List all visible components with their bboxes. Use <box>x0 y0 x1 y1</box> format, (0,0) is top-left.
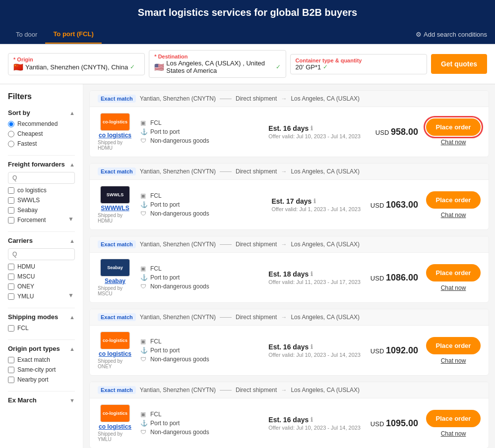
transit-info-1: Est. 16 days ℹ Offer valid: Jul 10, 2023… <box>268 124 361 139</box>
shipping-modes-label: Shipping modes <box>8 313 58 321</box>
sort-fastest[interactable]: Fastest <box>8 140 75 147</box>
card-body-3: Seabay Seabay Shipped by MSCU ▣ FCL ⚓ Po… <box>90 253 489 302</box>
port-nearby[interactable]: Nearby port <box>8 376 75 383</box>
forwarder-logo-5: co-logistics co logistics Shipped by YML… <box>98 404 132 442</box>
container-value: 20' GP*1 <box>296 63 321 71</box>
carriers-header[interactable]: Carriers ▲ <box>8 237 75 244</box>
price-block-5: USD 1095.00 <box>369 418 418 429</box>
origin-port-types-header[interactable]: Origin port types ▲ <box>8 345 75 352</box>
origin-port-types-chevron-icon: ▲ <box>69 346 75 352</box>
chat-now-link-4[interactable]: Chat now <box>441 357 466 364</box>
service-mode-3: Port to port <box>150 274 180 281</box>
origin-name-2: Yantian, Shenzhen (CNYTN) <box>140 168 216 175</box>
port-exact-match[interactable]: Exact match <box>8 356 75 363</box>
carriers-list: HDMU MSCU ONEY YMLU ▼ <box>8 263 75 300</box>
destination-label: * Destination <box>154 54 280 59</box>
place-order-button-3[interactable]: Place order <box>426 264 481 281</box>
ff-forcement[interactable]: Forcement <box>8 217 75 224</box>
tab-to-door[interactable]: To door <box>8 26 45 43</box>
route-badge-2: Exact match <box>98 168 136 175</box>
sort-recommended[interactable]: Recommended <box>8 120 75 127</box>
port-same-city[interactable]: Same-city port <box>8 366 75 373</box>
carrier-hdmu[interactable]: HDMU <box>8 263 75 270</box>
destination-check-icon: ✓ <box>276 63 281 70</box>
ff-swwls[interactable]: SWWLS <box>8 197 75 204</box>
get-quotes-button[interactable]: Get quotes <box>431 54 487 74</box>
card-body-1: co-logistics co logistics Shipped by HDM… <box>90 107 489 157</box>
sort-cheapest[interactable]: Cheapest <box>8 130 75 137</box>
transit-days-4: Est. 16 days ℹ <box>268 343 361 351</box>
shield-icon-1: 🛡 <box>140 137 147 144</box>
origin-name-3: Yantian, Shenzhen (CNYTN) <box>140 241 216 248</box>
chat-now-link-2[interactable]: Chat now <box>441 212 466 219</box>
forwarder-name-1[interactable]: co logistics <box>99 132 131 139</box>
result-card-5: Exact match Yantian, Shenzhen (CNYTN) ——… <box>89 382 489 448</box>
goods-type-3: Non-dangerous goods <box>150 283 209 290</box>
container-field[interactable]: Container type & quantity 20' GP*1 ✓ <box>290 54 427 74</box>
service-mode-row-4: ⚓ Port to port <box>140 347 260 354</box>
freight-forwarders-search[interactable] <box>8 172 75 184</box>
tab-to-port[interactable]: To port (FCL) <box>45 25 101 44</box>
service-type-1: FCL <box>150 119 162 126</box>
carriers-search[interactable] <box>8 248 75 260</box>
route-bar-3: Exact match Yantian, Shenzhen (CNYTN) ——… <box>90 236 489 253</box>
info-icon-3: ℹ <box>310 271 313 278</box>
place-order-button-5[interactable]: Place order <box>426 410 481 427</box>
origin-port-types-label: Origin port types <box>8 345 60 352</box>
service-details-5: ▣ FCL ⚓ Port to port 🛡 Non-dangerous goo… <box>140 411 260 436</box>
chat-now-link-3[interactable]: Chat now <box>441 284 466 291</box>
place-order-button-4[interactable]: Place order <box>426 337 481 354</box>
shipping-modes-header[interactable]: Shipping modes ▲ <box>8 313 75 321</box>
origin-field[interactable]: * Origin 🇨🇳 Yantian, Shenzhen (CNYTN), C… <box>8 53 145 75</box>
transit-days-5: Est. 16 days ℹ <box>268 416 361 424</box>
add-search-conditions-button[interactable]: ⚙ Add search conditions <box>416 31 487 38</box>
route-arrow-icon-4: —— <box>220 314 232 321</box>
goods-type-1: Non-dangerous goods <box>150 137 209 144</box>
route-arrow-icon-5: —— <box>220 387 232 393</box>
service-type-3: FCL <box>150 265 162 272</box>
info-icon-2: ℹ <box>313 198 316 205</box>
freight-forwarders-list: co logistics SWWLS Seabay Forcement ▼ <box>8 187 75 224</box>
origin-name-1: Yantian, Shenzhen (CNYTN) <box>140 95 216 102</box>
forwarder-name-4[interactable]: co logistics <box>99 350 131 357</box>
price-1: USD 958.00 <box>369 127 418 137</box>
chat-now-link-5[interactable]: Chat now <box>441 430 466 437</box>
offer-valid-4: Offer valid: Jul 10, 2023 - Jul 14, 2023 <box>268 352 361 358</box>
carriers-label: Carriers <box>8 237 33 244</box>
route-arrow2-icon-2: → <box>281 168 287 175</box>
forwarder-name-2[interactable]: SWWWLS <box>101 205 129 212</box>
place-order-button-1[interactable]: Place order <box>426 118 481 136</box>
freight-forwarders-header[interactable]: Freight forwarders ▲ <box>8 161 75 168</box>
fcl-icon-1: ▣ <box>140 119 147 126</box>
page-title: Smart logistics services for global B2B … <box>138 7 357 18</box>
ex-march-section: Ex March ▼ <box>8 396 75 404</box>
ex-march-header[interactable]: Ex March ▼ <box>8 396 75 404</box>
mode-fcl[interactable]: FCL <box>8 325 75 332</box>
carrier-mscu[interactable]: MSCU <box>8 273 75 280</box>
forwarder-name-3[interactable]: Seabay <box>105 278 125 284</box>
place-order-button-2[interactable]: Place order <box>426 191 481 209</box>
ex-march-label: Ex March <box>8 396 37 404</box>
ff-seabay[interactable]: Seabay <box>8 207 75 214</box>
actions-2: Place order Chat now <box>426 191 481 219</box>
transit-days-3: Est. 18 days ℹ <box>268 270 361 278</box>
actions-5: Place order Chat now <box>426 410 481 437</box>
forwarder-name-5[interactable]: co logistics <box>99 423 131 430</box>
service-mode-row-5: ⚓ Port to port <box>140 420 260 427</box>
route-bar-5: Exact match Yantian, Shenzhen (CNYTN) ——… <box>90 382 489 398</box>
carrier-oney[interactable]: ONEY <box>8 283 75 290</box>
service-type-5: FCL <box>150 411 162 418</box>
goods-type-4: Non-dangerous goods <box>150 356 209 363</box>
filters-title: Filters <box>8 92 75 101</box>
sort-by-header[interactable]: Sort by ▲ <box>8 109 75 116</box>
route-arrow2-icon-4: → <box>281 314 287 321</box>
service-details-3: ▣ FCL ⚓ Port to port 🛡 Non-dangerous goo… <box>140 265 260 290</box>
destination-field[interactable]: * Destination 🇺🇸 Los Angeles, CA (USLAX)… <box>149 50 286 78</box>
chat-now-link-1[interactable]: Chat now <box>441 139 466 146</box>
ff-co-logistics[interactable]: co logistics <box>8 187 75 194</box>
carrier-ymlu[interactable]: YMLU <box>8 293 75 300</box>
shipping-modes-section: Shipping modes ▲ FCL <box>8 313 75 332</box>
price-3: USD 1086.00 <box>369 273 418 283</box>
route-bar-2: Exact match Yantian, Shenzhen (CNYTN) ——… <box>90 164 489 180</box>
service-mode-4: Port to port <box>150 347 180 354</box>
